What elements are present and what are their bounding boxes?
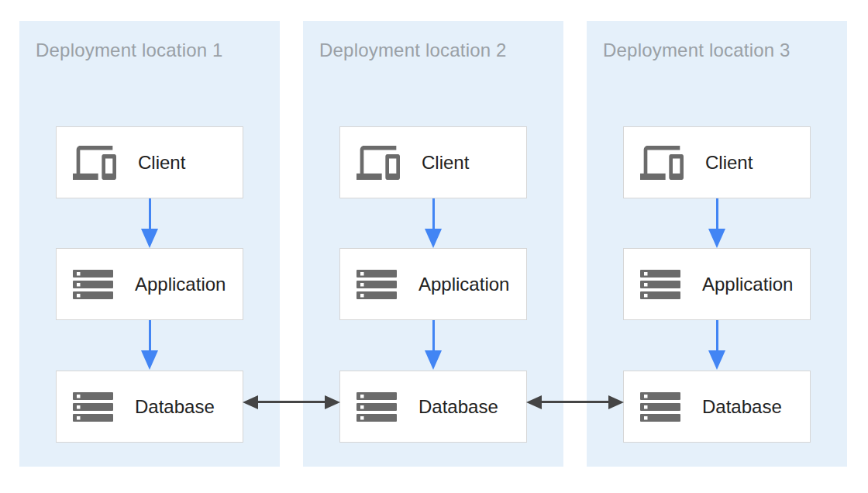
node-label: Application (702, 274, 793, 295)
node-label: Application (418, 274, 509, 295)
arrow-head-icon (708, 350, 725, 370)
arrow-head-icon (141, 229, 158, 248)
server-stack-icon (640, 392, 680, 422)
panel-title: Deployment location 2 (319, 40, 507, 61)
arrow-head-right-icon (325, 395, 340, 409)
panel-title: Deployment location 1 (36, 40, 223, 61)
arrow-stem (716, 320, 718, 350)
deployment-location-panel-2: Deployment location 2 Client Application (303, 21, 563, 467)
flow-arrow-client-to-application (708, 198, 726, 248)
arrow-stem (432, 198, 435, 229)
flow-arrow-application-to-database (708, 320, 726, 370)
arrow-stem (432, 320, 435, 350)
client-node: Client (623, 126, 811, 198)
devices-icon (640, 146, 684, 180)
database-node: Database (56, 371, 243, 443)
server-stack-icon (73, 392, 113, 422)
client-node: Client (56, 126, 243, 198)
panel-title: Deployment location 3 (603, 40, 790, 61)
arrow-stem (716, 198, 718, 229)
server-stack-icon (356, 270, 397, 299)
node-label: Database (418, 396, 498, 418)
arrow-head-icon (425, 350, 442, 370)
flow-arrow-application-to-database (140, 320, 159, 370)
client-node: Client (339, 126, 527, 198)
arrow-head-icon (708, 229, 725, 248)
deployment-location-panel-1: Deployment location 1 Client Application (19, 21, 280, 467)
flow-arrow-client-to-application (140, 198, 159, 248)
node-label: Client (705, 152, 753, 174)
server-stack-icon (73, 270, 113, 299)
node-label: Application (135, 274, 226, 295)
application-node: Application (56, 248, 243, 320)
devices-icon (73, 146, 116, 180)
arrow-head-icon (141, 350, 158, 370)
arrow-head-icon (425, 229, 442, 248)
arrow-shaft (542, 401, 608, 403)
flow-arrow-application-to-database (424, 320, 443, 370)
sync-arrow-database1-database2 (243, 395, 340, 409)
arrow-stem (149, 198, 151, 229)
arrow-shaft (258, 401, 325, 403)
server-stack-icon (356, 392, 397, 422)
arrow-head-right-icon (608, 395, 624, 409)
flow-arrow-client-to-application (424, 198, 443, 248)
application-node: Application (339, 248, 527, 320)
node-label: Client (138, 152, 185, 174)
deployment-architecture-diagram: Deployment location 1 Client Application (0, 0, 868, 493)
devices-icon (356, 146, 400, 180)
database-node: Database (623, 371, 811, 443)
arrow-stem (149, 320, 151, 350)
database-node: Database (339, 371, 527, 443)
application-node: Application (623, 248, 811, 320)
server-stack-icon (640, 270, 680, 299)
deployment-location-panel-3: Deployment location 3 Client Application (587, 21, 847, 467)
node-label: Database (135, 396, 215, 418)
arrow-head-left-icon (243, 395, 258, 409)
arrow-head-left-icon (526, 395, 542, 409)
sync-arrow-database2-database3 (526, 395, 624, 409)
node-label: Database (702, 396, 782, 418)
node-label: Client (422, 152, 469, 174)
